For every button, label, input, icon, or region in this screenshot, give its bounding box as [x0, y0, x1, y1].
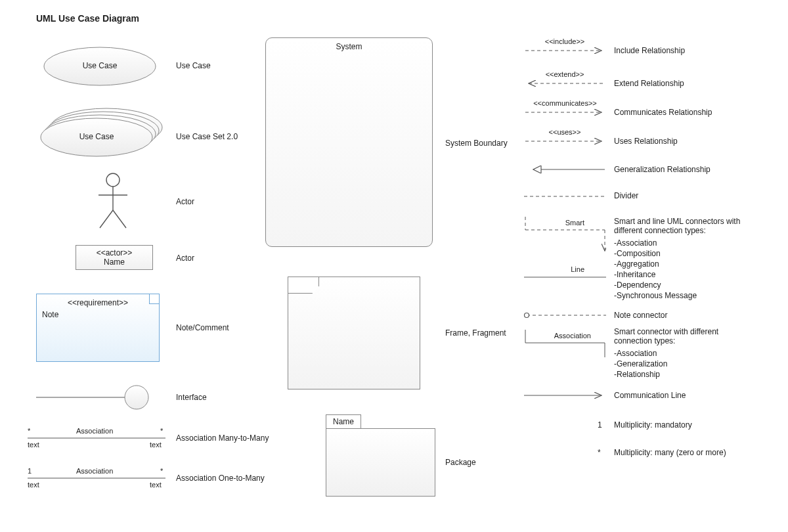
note-corner-fold-icon: [149, 294, 159, 304]
uses-stereo: <<uses>>: [538, 128, 591, 136]
extend-label: Extend Relationship: [614, 79, 684, 88]
svg-line-9: [113, 210, 126, 228]
system-boundary-label: System Boundary: [445, 139, 508, 148]
use-case-set-label: Use Case Set 2.0: [176, 132, 238, 141]
uses-connector-icon: [524, 138, 606, 144]
mult-many-symbol: *: [598, 448, 601, 457]
actor-stickfigure-icon: [93, 172, 133, 231]
svg-line-8: [100, 210, 113, 228]
note-text: Note: [37, 307, 159, 322]
svg-point-5: [106, 173, 120, 187]
assoc-om-label: Association One-to-Many: [176, 474, 265, 483]
association-smart-types: -Association -Generalization -Relationsh…: [614, 348, 667, 380]
smart-word: Smart: [552, 219, 584, 227]
actor-box-name: Name: [76, 257, 152, 267]
assoc-mm-right-mult: *: [160, 427, 163, 435]
assoc-mm-left-mult: *: [28, 427, 30, 435]
assoc-mm-left-role: text: [28, 441, 39, 449]
package-tab: Name: [326, 414, 361, 429]
actor-stick-label: Actor: [176, 197, 194, 206]
mult-one-label: Multiplicity: mandatory: [614, 420, 692, 430]
generalization-connector-icon: [524, 165, 606, 174]
note-label: Note/Comment: [176, 323, 229, 332]
actor-box-stereotype: <<actor>>: [76, 248, 152, 257]
assoc-mm-line-icon: [28, 437, 165, 439]
assoc-om-right-mult: *: [160, 467, 163, 475]
mult-many-label: Multiplicity: many (zero or more): [614, 448, 726, 457]
assoc-om-left-mult: 1: [28, 467, 32, 475]
assoc-mm-word: Association: [76, 427, 113, 435]
include-connector-icon: [524, 47, 606, 54]
frame-tab-icon: [288, 277, 319, 294]
actor-box-label: Actor: [176, 254, 194, 263]
extend-connector-icon: [524, 80, 606, 87]
page-title: UML Use Case Diagram: [36, 13, 139, 24]
assoc-mm-right-role: text: [150, 441, 162, 449]
include-stereo: <<include>>: [538, 37, 591, 45]
communicates-stereo: <<communicates>>: [527, 99, 603, 107]
association-smart-label: Smart connector with different connectio…: [614, 327, 752, 345]
smart-types: -Association -Composition -Aggregation -…: [614, 238, 697, 301]
frame-box: [288, 277, 420, 389]
note-box: <<requirement>> Note: [36, 294, 160, 362]
svg-point-11: [125, 386, 148, 409]
note-connector-icon: [519, 311, 606, 319]
assoc-om-right-role: text: [150, 481, 162, 489]
uml-use-case-diagram-canvas: UML Use Case Diagram Use Case Use Case U…: [0, 0, 788, 532]
package-label: Package: [445, 458, 476, 467]
mult-one-symbol: 1: [598, 420, 602, 430]
include-label: Include Relationship: [614, 46, 685, 55]
assoc-om-line-icon: [28, 477, 165, 479]
note-connector-label: Note connector: [614, 311, 667, 320]
assoc-mm-label: Association Many-to-Many: [176, 433, 269, 443]
assoc-om-word: Association: [76, 467, 113, 475]
system-boundary-box: System: [265, 37, 433, 247]
use-case-set-text: Use Case: [41, 132, 152, 141]
uses-label: Uses Relationship: [614, 137, 678, 146]
interface-lollipop-icon: [36, 384, 154, 410]
communicates-label: Communicates Relationship: [614, 108, 712, 117]
divider-line-icon: [524, 195, 606, 198]
system-boundary-title: System: [266, 38, 432, 51]
communication-line-label: Communication Line: [614, 391, 686, 400]
communication-line-icon: [524, 391, 606, 399]
interface-label: Interface: [176, 393, 207, 402]
extend-stereo: <<extend>>: [538, 70, 591, 78]
smart-label: Smart and line UML connectors with diffe…: [614, 217, 745, 235]
actor-stereotype-box: <<actor>> Name: [76, 245, 153, 270]
generalization-label: Generalization Relationship: [614, 165, 711, 174]
use-case-ellipse-text: Use Case: [44, 61, 156, 70]
frame-label: Frame, Fragment: [445, 328, 506, 338]
note-stereotype: <<requirement>>: [37, 294, 159, 307]
package-box: Name: [326, 428, 435, 497]
use-case-label: Use Case: [176, 61, 211, 70]
association-word: Association: [545, 332, 591, 340]
line-connector-icon: [524, 276, 606, 278]
assoc-om-left-role: text: [28, 481, 39, 489]
line-word: Line: [558, 265, 584, 273]
communicates-connector-icon: [524, 109, 606, 116]
divider-label: Divider: [614, 191, 638, 200]
